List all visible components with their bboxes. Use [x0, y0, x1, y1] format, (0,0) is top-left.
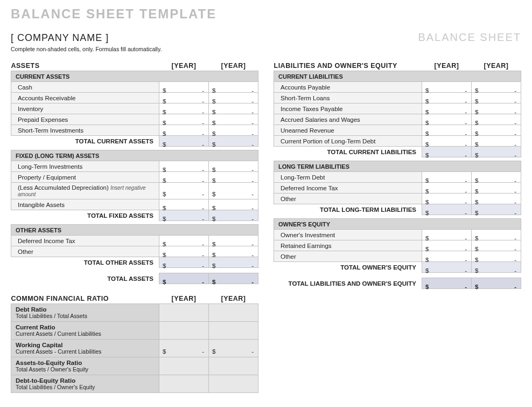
- ratio-1: Current RatioCurrent Assets / Current Li…: [11, 322, 159, 340]
- current-liab-y1-1[interactable]: $-: [422, 93, 472, 104]
- fixed-assets-item-3: Intangible Assets: [11, 199, 159, 210]
- current-liab-y1-2[interactable]: $-: [422, 104, 472, 114]
- other-assets-y2-0[interactable]: $-: [209, 236, 258, 246]
- current-assets-y2-0[interactable]: $-: [209, 82, 258, 93]
- owners-equity-item-1: Retained Earnings: [274, 240, 422, 251]
- total-liab-y2: $-: [472, 278, 521, 289]
- current-assets-y2-3[interactable]: $-: [209, 114, 258, 125]
- longterm-liab-y1-1[interactable]: $-: [422, 183, 472, 194]
- current-liab-y1-4[interactable]: $-: [422, 125, 472, 136]
- longterm-liab-y1-2[interactable]: $-: [422, 194, 472, 204]
- year-col-2[interactable]: [YEAR]: [209, 60, 258, 71]
- current-assets-heading: CURRENT ASSETS: [11, 71, 258, 82]
- current-liab-y2-1[interactable]: $-: [472, 93, 521, 104]
- current-liab-total-label: TOTAL CURRENT LIABILITIES: [274, 147, 422, 157]
- page-title: BALANCE SHEET TEMPLATE: [11, 6, 521, 22]
- other-assets-total-y1: $-: [159, 257, 209, 268]
- current-liab-y1-3[interactable]: $-: [422, 114, 472, 125]
- ratio-year-2: [YEAR]: [209, 293, 258, 304]
- liab-year-1[interactable]: [YEAR]: [422, 60, 472, 71]
- current-assets-y1-3[interactable]: $-: [159, 114, 209, 125]
- other-assets-item-0: Deferred Income Tax: [11, 236, 159, 246]
- ratios-table: COMMON FINANCIAL RATIO [YEAR] [YEAR] Deb…: [11, 293, 258, 393]
- current-liab-total-y1: $-: [422, 147, 472, 157]
- current-assets-y2-2[interactable]: $-: [209, 104, 258, 114]
- ratio-4-y2: [209, 375, 258, 393]
- owners-equity-y2-0[interactable]: $-: [472, 230, 521, 240]
- ratio-4-y1: [159, 375, 209, 393]
- ratio-3-y1: [159, 357, 209, 375]
- liab-year-2[interactable]: [YEAR]: [472, 60, 521, 71]
- assets-table: ASSETS [YEAR] [YEAR] CURRENT ASSETS Cash…: [11, 60, 258, 284]
- ratio-0: Debt RatioTotal Liabilities / Total Asse…: [11, 304, 159, 322]
- ratios-heading: COMMON FINANCIAL RATIO: [11, 293, 159, 304]
- other-assets-total-label: TOTAL OTHER ASSETS: [11, 257, 159, 268]
- current-liab-y2-3[interactable]: $-: [472, 114, 521, 125]
- fixed-assets-y1-3[interactable]: $-: [159, 199, 209, 210]
- current-liab-y2-0[interactable]: $-: [472, 82, 521, 93]
- fixed-assets-y1-0[interactable]: $-: [159, 161, 209, 172]
- owners-equity-y1-2[interactable]: $-: [422, 251, 472, 262]
- ratio-2-y2: $-: [209, 340, 258, 357]
- fixed-assets-total-y2: $-: [209, 210, 258, 221]
- other-assets-y1-0[interactable]: $-: [159, 236, 209, 246]
- current-liab-y2-4[interactable]: $-: [472, 125, 521, 136]
- current-assets-y1-0[interactable]: $-: [159, 82, 209, 93]
- ratio-1-y2: [209, 322, 258, 340]
- current-liab-y2-2[interactable]: $-: [472, 104, 521, 114]
- longterm-liab-y2-2[interactable]: $-: [472, 194, 521, 204]
- other-assets-item-1: Other: [11, 246, 159, 257]
- current-liab-item-3: Accrued Salaries and Wages: [274, 114, 422, 125]
- ratio-0-y2: [209, 304, 258, 322]
- fixed-assets-y1-2[interactable]: $-: [159, 183, 209, 199]
- current-assets-y1-1[interactable]: $-: [159, 93, 209, 104]
- fixed-assets-item-0: Long-Term Investments: [11, 161, 159, 172]
- total-liab-y1: $-: [422, 278, 472, 289]
- total-assets-y1: $-: [159, 273, 209, 284]
- fixed-assets-y2-0[interactable]: $-: [209, 161, 258, 172]
- fixed-assets-heading: FIXED (LONG TERM) ASSETS: [11, 150, 258, 161]
- fixed-assets-y2-1[interactable]: $-: [209, 172, 258, 183]
- current-liab-item-1: Short-Term Loans: [274, 93, 422, 104]
- longterm-liab-y1-0[interactable]: $-: [422, 172, 472, 183]
- current-assets-y1-2[interactable]: $-: [159, 104, 209, 114]
- owners-equity-y2-1[interactable]: $-: [472, 240, 521, 251]
- current-assets-item-0: Cash: [11, 82, 159, 93]
- liabilities-table: LIABILITIES AND OWNER'S EQUITY [YEAR] [Y…: [274, 60, 521, 289]
- other-assets-y1-1[interactable]: $-: [159, 246, 209, 257]
- longterm-liab-total-y2: $-: [472, 204, 521, 215]
- current-liab-y1-0[interactable]: $-: [422, 82, 472, 93]
- current-assets-y2-4[interactable]: $-: [209, 125, 258, 136]
- other-assets-total-y2: $-: [209, 257, 258, 268]
- ratio-4: Debt-to-Equity RatioTotal Liabilities / …: [11, 375, 159, 393]
- longterm-liab-y2-0[interactable]: $-: [472, 172, 521, 183]
- current-assets-item-1: Accounts Receivable: [11, 93, 159, 104]
- longterm-liab-heading: LONG TERM LIABILITIES: [274, 161, 521, 172]
- longterm-liab-total-y1: $-: [422, 204, 472, 215]
- other-assets-y2-1[interactable]: $-: [209, 246, 258, 257]
- ratio-3: Assets-to-Equity RatioTotal Assets / Own…: [11, 357, 159, 375]
- owners-equity-y1-0[interactable]: $-: [422, 230, 472, 240]
- year-col-1[interactable]: [YEAR]: [159, 60, 209, 71]
- longterm-liab-y2-1[interactable]: $-: [472, 183, 521, 194]
- other-assets-heading: OTHER ASSETS: [11, 225, 258, 236]
- fixed-assets-y1-1[interactable]: $-: [159, 172, 209, 183]
- current-assets-y1-4[interactable]: $-: [159, 125, 209, 136]
- assets-heading: ASSETS: [11, 60, 159, 71]
- owners-equity-total-label: TOTAL OWNER'S EQUITY: [274, 262, 422, 273]
- total-assets-label: TOTAL ASSETS: [11, 273, 159, 284]
- current-liab-item-0: Accounts Payable: [274, 82, 422, 93]
- document-label: BALANCE SHEET: [418, 31, 521, 44]
- current-liab-y2-5[interactable]: $-: [472, 136, 521, 147]
- current-liab-y1-5[interactable]: $-: [422, 136, 472, 147]
- fixed-assets-y2-2[interactable]: $-: [209, 183, 258, 199]
- company-name[interactable]: [ COMPANY NAME ]: [11, 32, 109, 44]
- fixed-assets-item-2: (Less Accumulated Depreciation) Insert n…: [11, 183, 159, 199]
- fixed-assets-total-label: TOTAL FIXED ASSETS: [11, 210, 159, 221]
- owners-equity-y2-2[interactable]: $-: [472, 251, 521, 262]
- fixed-assets-y2-3[interactable]: $-: [209, 199, 258, 210]
- ratio-year-1: [YEAR]: [159, 293, 209, 304]
- current-assets-y2-1[interactable]: $-: [209, 93, 258, 104]
- total-assets-y2: $-: [209, 273, 258, 284]
- owners-equity-y1-1[interactable]: $-: [422, 240, 472, 251]
